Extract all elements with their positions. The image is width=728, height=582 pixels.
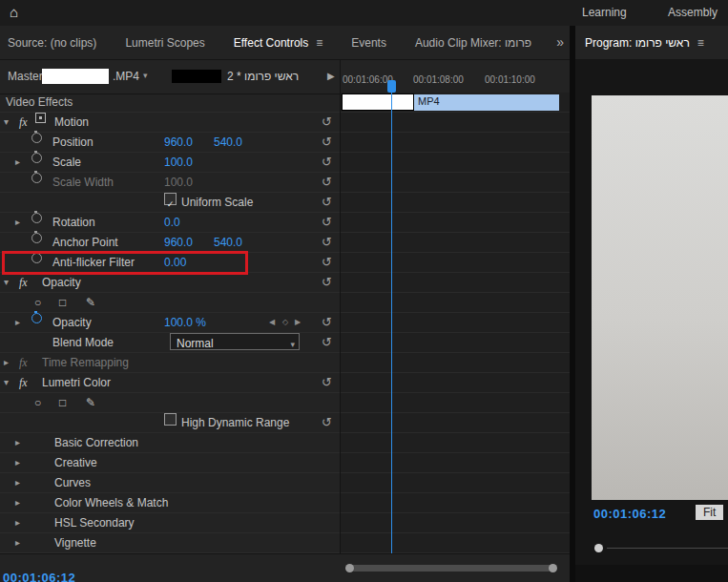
lumetri-section-hsl-secondary[interactable]: ▸ HSL Secondary [0,513,340,533]
chevron-down-icon[interactable]: ▾ [4,113,9,132]
rotation-value[interactable]: 0.0 [164,213,180,232]
prev-keyframe-icon[interactable]: ◀ [269,313,275,332]
show-timeline-icon[interactable]: ▶ [327,71,335,81]
tab-audio-clip-mixer[interactable]: Audio Clip Mixer: פרומו [415,36,531,50]
stopwatch-icon[interactable] [31,313,42,323]
add-keyframe-icon[interactable]: ◇ [282,313,288,332]
reset-icon[interactable]: ↺ [322,273,332,292]
chevron-down-icon[interactable]: ▾ [143,71,148,80]
effect-row-motion[interactable]: ▾ fx Motion ↺ [0,113,340,133]
chevron-right-icon[interactable]: ▸ [15,453,20,472]
tab-program[interactable]: Program: ראשי פרומו [585,36,690,50]
position-y-value[interactable]: 540.0 [214,133,242,152]
workspace-learning[interactable]: Learning [582,6,627,19]
chevron-down-icon[interactable]: ▾ [4,373,9,392]
tab-events[interactable]: Events [351,36,386,50]
next-keyframe-icon[interactable]: ▶ [295,313,301,332]
reset-icon[interactable]: ↺ [322,113,332,132]
param-row-position[interactable]: Position 960.0 540.0 ↺ [0,133,340,153]
pen-mask-icon[interactable]: ✎ [86,293,95,312]
tab-source[interactable]: Source: (no clips) [8,36,96,50]
param-row-opacity[interactable]: ▸ Opacity 100.0 % ◀ ◇ ▶ ↺ [0,313,340,333]
tab-lumetri-scopes[interactable]: Lumetri Scopes [125,36,204,50]
tab-effect-controls[interactable]: Effect Controls≡ [234,36,323,50]
effect-row-lumetri-color[interactable]: ▾ fx Lumetri Color ↺ [0,373,340,393]
reset-icon[interactable]: ↺ [322,413,332,432]
anchor-y-value[interactable]: 540.0 [214,233,242,252]
panel-menu-icon[interactable]: ≡ [316,36,322,50]
chevron-right-icon[interactable]: ▸ [15,493,20,512]
stopwatch-icon[interactable] [31,133,42,143]
sequence-name[interactable]: ראשי פרומו * 2 [227,70,322,83]
position-x-value[interactable]: 960.0 [164,133,193,152]
program-timecode[interactable]: 00:01:06:12 [593,507,666,521]
playhead-line[interactable] [391,93,392,553]
effect-row-time-remapping[interactable]: ▸ fx Time Remapping [0,353,340,373]
fx-badge-icon[interactable]: fx [19,273,28,292]
zoom-fit-dropdown[interactable]: Fit [696,505,723,520]
scrubber-track[interactable] [607,548,728,549]
reset-icon[interactable]: ↺ [322,253,332,272]
ellipse-mask-icon[interactable]: ○ [34,393,41,412]
stopwatch-icon[interactable] [31,153,42,163]
panel-menu-icon[interactable]: ≡ [697,36,704,50]
chevron-right-icon[interactable]: ▸ [15,533,20,552]
effect-mini-timeline[interactable]: MP4 [340,93,570,553]
blend-mode-dropdown[interactable]: Normal ▾ [170,333,300,350]
effect-row-opacity[interactable]: ▾ fx Opacity ↺ [0,273,340,293]
chevron-right-icon[interactable]: ▸ [15,513,20,532]
reset-icon[interactable]: ↺ [322,193,332,212]
hdr-checkbox[interactable] [164,413,177,426]
opacity-value[interactable]: 100.0 % [164,313,206,332]
lumetri-section-color-wheels[interactable]: ▸ Color Wheels & Match [0,493,340,513]
param-row-anchor-point[interactable]: Anchor Point 960.0 540.0 ↺ [0,233,340,253]
lumetri-section-curves[interactable]: ▸ Curves [0,473,340,493]
scrubber-handle[interactable] [594,544,603,552]
reset-icon[interactable]: ↺ [322,313,332,332]
chevron-right-icon[interactable]: ▸ [15,153,20,172]
home-icon[interactable]: ⌂ [10,4,18,20]
lumetri-section-basic-correction[interactable]: ▸ Basic Correction [0,433,340,453]
reset-icon[interactable]: ↺ [322,173,332,192]
workspace-assembly[interactable]: Assembly [668,6,718,19]
uniform-scale-checkbox[interactable]: ✓ [164,193,177,205]
scrollbar-handle-left[interactable] [345,564,354,572]
reset-icon[interactable]: ↺ [322,153,332,172]
stopwatch-icon[interactable] [31,213,42,223]
rect-mask-icon[interactable]: □ [59,393,66,412]
param-row-blend-mode[interactable]: Blend Mode Normal ▾ ↺ [0,333,340,353]
zoom-scrollbar[interactable] [345,563,557,573]
tab-overflow-icon[interactable]: » [556,34,564,50]
reset-icon[interactable]: ↺ [322,133,332,152]
chevron-right-icon[interactable]: ▸ [15,213,20,232]
param-row-hdr[interactable]: High Dynamic Range ↺ [0,413,340,433]
chevron-down-icon[interactable]: ▾ [4,273,9,292]
fx-badge-icon[interactable]: fx [19,373,28,392]
stopwatch-icon[interactable] [31,233,42,243]
fx-badge-icon[interactable]: fx [19,113,28,132]
timeline-ruler[interactable]: 00:01:06:00 00:01:08:00 00:01:10:00 [340,60,570,94]
reset-icon[interactable]: ↺ [322,333,332,352]
reset-icon[interactable]: ↺ [322,233,332,252]
scrollbar-handle-right[interactable] [549,564,557,572]
param-row-uniform-scale[interactable]: ✓ Uniform Scale ↺ [0,193,340,213]
lumetri-section-vignette[interactable]: ▸ Vignette [0,533,340,553]
param-row-scale-width[interactable]: Scale Width 100.0 ↺ [0,173,340,193]
param-row-scale[interactable]: ▸ Scale 100.0 ↺ [0,153,340,173]
timeline-clip[interactable]: MP4 [342,94,559,111]
lumetri-section-creative[interactable]: ▸ Creative [0,453,340,473]
chevron-right-icon[interactable]: ▸ [15,473,20,492]
reset-icon[interactable]: ↺ [322,373,332,392]
playhead-handle[interactable] [387,80,396,93]
scrollbar-thumb[interactable] [351,565,551,572]
scale-value[interactable]: 100.0 [164,153,193,172]
anchor-x-value[interactable]: 960.0 [164,233,193,252]
chevron-right-icon[interactable]: ▸ [15,313,20,332]
reset-icon[interactable]: ↺ [322,213,332,232]
current-timecode[interactable]: 00:01:06:12 [3,571,75,582]
param-row-rotation[interactable]: ▸ Rotation 0.0 ↺ [0,213,340,233]
chevron-right-icon[interactable]: ▸ [15,433,20,452]
ellipse-mask-icon[interactable]: ○ [34,293,41,312]
rect-mask-icon[interactable]: □ [59,293,66,312]
chevron-right-icon[interactable]: ▸ [4,353,9,372]
